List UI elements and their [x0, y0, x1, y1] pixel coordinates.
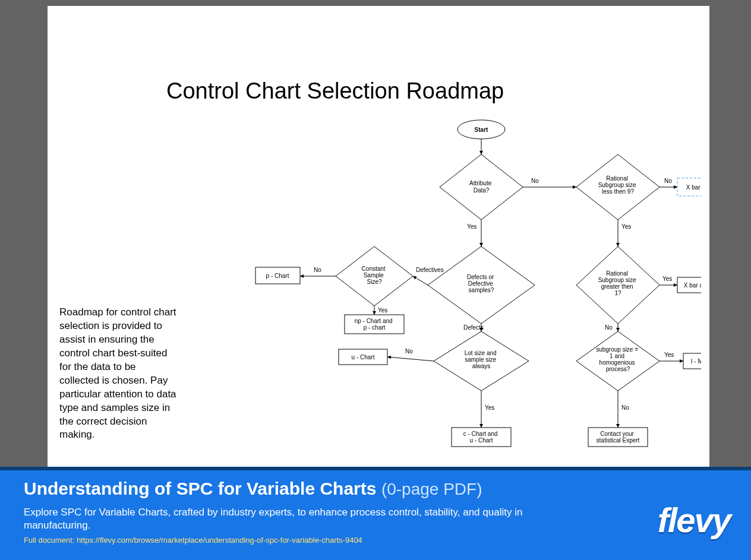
- edge-constant-yes-label: Yes: [378, 307, 387, 314]
- footer-doc-meta: (0-page PDF): [381, 480, 482, 498]
- node-i-mr-chart: I - MR Chart: [683, 353, 701, 369]
- svg-text:Defects or
          Defective: Defects or Defective samples?: [467, 274, 496, 293]
- edge-defectives-label: Defectives: [416, 267, 444, 273]
- svg-text:Rational
          Subgroup si: Rational Subgroup size greater then 1?: [598, 270, 638, 296]
- svg-text:X bar and R chart: X bar and R chart: [684, 282, 701, 289]
- edge-constant-no-label: No: [314, 267, 321, 273]
- edge-lot-no-label: No: [405, 348, 413, 355]
- slide-title: Control Chart Selection Roadmap: [166, 78, 504, 104]
- roadmap-description: Roadmap for control chart selection is p…: [59, 306, 178, 442]
- edge-homog-no-label: No: [621, 404, 629, 411]
- node-p-chart: p - Chart: [255, 267, 300, 284]
- svg-text:Constant
          Sample
    : Constant Sample Size?: [362, 265, 387, 285]
- node-subgroup-lt9: Rational Subgroup size less then 9?: [576, 154, 660, 220]
- footer-link[interactable]: Full document: https://flevy.com/browse/…: [24, 536, 727, 545]
- slide-page: Control Chart Selection Roadmap Roadmap …: [48, 6, 709, 467]
- node-constant-sample: Constant Sample Size?: [336, 246, 413, 306]
- edge-lot-yes-label: Yes: [485, 404, 494, 411]
- node-xbar-r-chart: X bar and R chart: [677, 277, 701, 293]
- edge-defectives: [413, 276, 428, 285]
- footer-doc-title: Understanding of SPC for Variable Charts: [24, 479, 376, 498]
- node-xbar-s-chart: X bar S Chart: [677, 178, 701, 196]
- node-np-p-chart: np - Chart and p - chart: [345, 315, 404, 334]
- footer-description: Explore SPC for Variable Charts, crafted…: [24, 506, 547, 532]
- node-attribute-data: Attribute Data?: [440, 154, 523, 220]
- edge-attribute-no-label: No: [531, 178, 539, 184]
- svg-text:u - Chart: u - Chart: [352, 354, 375, 360]
- svg-text:c - Chart and
          u - Ch: c - Chart and u - Chart: [463, 431, 500, 444]
- node-c-u-chart: c - Chart and u - Chart: [452, 428, 511, 447]
- edge-attribute-yes-label: Yes: [467, 223, 477, 230]
- node-lot-sample-always: Lot size and sample size always: [434, 331, 529, 391]
- node-u-chart: u - Chart: [339, 349, 387, 365]
- edge-lt9-yes-label: Yes: [621, 223, 631, 230]
- edge-gt1-no-label: No: [605, 324, 613, 331]
- node-subgroup-gt1: Rational Subgroup size greater then 1?: [576, 246, 660, 324]
- svg-text:X bar S Chart: X bar S Chart: [686, 184, 701, 191]
- edge-homog-yes-label: Yes: [664, 352, 674, 358]
- svg-text:Contact your
          statist: Contact your statistical Expert: [597, 431, 640, 444]
- svg-text:Lot size and
          sample : Lot size and sample size always: [465, 350, 498, 369]
- edge-lot-no: [387, 357, 434, 361]
- edge-lt9-no-label: No: [664, 178, 672, 184]
- svg-text:Attribute
          Data?: Attribute Data?: [469, 180, 493, 194]
- footer-link-url: https://flevy.com/browse/marketplace/und…: [77, 536, 362, 545]
- node-defects-or-defective: Defects or Defective samples?: [428, 246, 535, 324]
- svg-text:p - Chart: p - Chart: [266, 273, 289, 279]
- footer-link-prefix: Full document:: [24, 536, 77, 545]
- svg-text:np - Chart and
          p - c: np - Chart and p - chart: [355, 318, 395, 331]
- flowchart: Start Attribute Data? Rational Subgroup …: [208, 113, 701, 463]
- svg-text:subgroup size =
          1 an: subgroup size = 1 and homogenious proces…: [596, 346, 640, 372]
- edge-defects-label: Defects: [463, 324, 484, 331]
- edge-gt1-yes-label: Yes: [662, 276, 672, 282]
- svg-text:I - MR Chart: I - MR Chart: [691, 358, 701, 365]
- flevy-logo: flevy: [658, 500, 730, 540]
- node-start-label: Start: [475, 126, 488, 133]
- node-subgroup1-homogenious: subgroup size = 1 and homogenious proces…: [576, 331, 660, 391]
- svg-text:Rational
          Subgroup si: Rational Subgroup size less then 9?: [598, 175, 638, 195]
- node-contact-expert: Contact your statistical Expert: [588, 428, 648, 447]
- footer-banner: Understanding of SPC for Variable Charts…: [0, 467, 751, 560]
